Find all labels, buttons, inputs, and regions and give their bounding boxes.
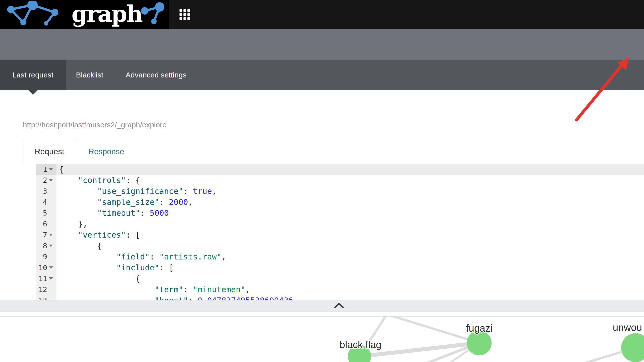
- fold-arrow-icon[interactable]: [49, 179, 53, 182]
- fold-arrow-icon[interactable]: [49, 244, 53, 247]
- editor-lines: 1{2 "controls": {3 "use_significance": t…: [36, 164, 644, 300]
- tab-last-request[interactable]: Last request: [0, 60, 66, 90]
- logo-wordmark: graph: [72, 0, 142, 29]
- editor-code-text: {: [56, 164, 64, 175]
- editor-code-text: "timeout": 5000: [56, 208, 169, 218]
- apps-grid-icon[interactable]: [180, 9, 190, 20]
- graph-edge: [387, 316, 479, 343]
- editor-line[interactable]: 9 "field": "artists.raw",: [36, 251, 644, 262]
- request-url: http://host:port/lastfmusers2/_graph/exp…: [23, 121, 166, 129]
- editor-line[interactable]: 7 "vertices": [: [36, 230, 644, 240]
- editor-line[interactable]: 4 "sample_size": 2000,: [36, 197, 644, 208]
- editor-line[interactable]: 1{: [36, 164, 644, 175]
- graph-logo: graph: [0, 0, 169, 29]
- toolbar: lastfmusers2 artists.raw ↺ ↻ + ⊘: [0, 29, 644, 60]
- editor-gutter-cell: 7: [36, 230, 56, 240]
- editor-gutter-cell: 9: [36, 251, 56, 262]
- editor-line[interactable]: 5 "timeout": 5000: [36, 208, 644, 218]
- editor-gutter-cell: 6: [36, 218, 56, 230]
- active-tab-notch: [28, 90, 38, 95]
- subtab-response[interactable]: Response: [88, 139, 124, 164]
- graph-logo-right-cluster-icon: [136, 1, 168, 27]
- editor-code-text: },: [56, 218, 88, 230]
- tab-advanced-settings[interactable]: Advanced settings: [126, 60, 186, 90]
- editor-gutter-cell: 8: [36, 240, 56, 251]
- graph-node-label: black flag: [340, 339, 382, 350]
- editor-code-text: {: [56, 273, 140, 284]
- top-bar: graph: [0, 0, 644, 29]
- editor-gutter-cell: 13: [36, 295, 56, 300]
- editor-line[interactable]: 2 "controls": {: [36, 175, 644, 186]
- subtab-request[interactable]: Request: [23, 139, 76, 164]
- editor-gutter-cell: 3: [36, 186, 56, 197]
- fold-arrow-icon[interactable]: [49, 168, 53, 170]
- editor-code-text: "term": "minutemen",: [56, 284, 250, 295]
- panel-collapse-bar[interactable]: [0, 300, 644, 312]
- editor-code-text: "use_significance": true,: [56, 186, 217, 197]
- editor-print-margin: [446, 164, 446, 300]
- tab-blacklist[interactable]: Blacklist: [76, 60, 103, 90]
- editor-code-text: "field": "artists.raw",: [56, 251, 226, 262]
- fold-arrow-icon[interactable]: [49, 277, 53, 280]
- editor-code-text: "vertices": [: [56, 230, 140, 240]
- editor-line[interactable]: 3 "use_significance": true,: [36, 186, 644, 197]
- graph-app: graph lastfmusers2 artists.raw: [0, 0, 644, 362]
- editor-gutter-cell: 5: [36, 208, 56, 218]
- tab-bar: Last request Blacklist Advanced settings: [0, 60, 644, 90]
- editor-gutter-cell: 10: [36, 262, 56, 273]
- editor-gutter-cell: 12: [36, 284, 56, 295]
- editor-gutter-cell: 2: [36, 175, 56, 186]
- editor-gutter-cell: 1: [36, 164, 56, 175]
- graph-workspace[interactable]: black flagfugaziunwou: [0, 316, 644, 362]
- editor-line[interactable]: 11 {: [36, 273, 644, 284]
- editor-code-text: "include": [: [56, 262, 174, 273]
- graph-node-label: unwou: [613, 322, 642, 333]
- editor-gutter-cell: 11: [36, 273, 56, 284]
- graph-node[interactable]: [621, 333, 644, 362]
- editor-line[interactable]: 6 },: [36, 218, 644, 230]
- editor-code-text: {: [56, 240, 102, 251]
- fold-arrow-icon[interactable]: [49, 234, 53, 236]
- editor-code-text: "sample_size": 2000,: [56, 197, 193, 208]
- editor-line[interactable]: 8 {: [36, 240, 644, 251]
- editor-code-text: "controls": {: [56, 175, 140, 186]
- chevron-up-icon: [334, 302, 344, 312]
- graph-node-label: fugazi: [466, 323, 492, 334]
- fold-arrow-icon[interactable]: [49, 266, 53, 269]
- editor-gutter-cell: 4: [36, 197, 56, 208]
- graph-logo-left-cluster-icon: [2, 1, 68, 28]
- editor-line[interactable]: 12 "term": "minutemen",: [36, 284, 644, 295]
- graph-edges: [360, 316, 636, 362]
- request-json-editor[interactable]: 1{2 "controls": {3 "use_significance": t…: [36, 164, 644, 300]
- editor-line[interactable]: 10 "include": [: [36, 262, 644, 273]
- editor-code-text: "boost": 0.047837495538609436: [56, 295, 293, 300]
- editor-line[interactable]: 13 "boost": 0.047837495538609436: [36, 295, 644, 300]
- graph-node[interactable]: [467, 330, 492, 355]
- graph-nodes: [348, 330, 644, 362]
